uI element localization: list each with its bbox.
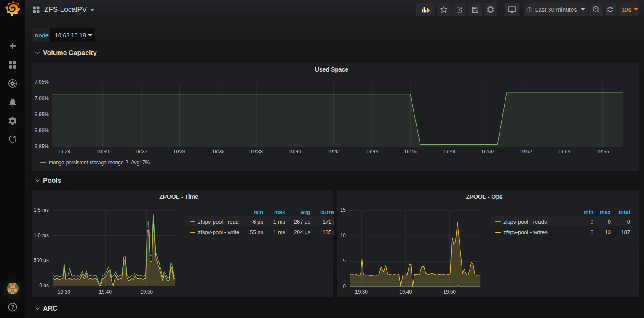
svg-text:?: ? [11,304,14,310]
